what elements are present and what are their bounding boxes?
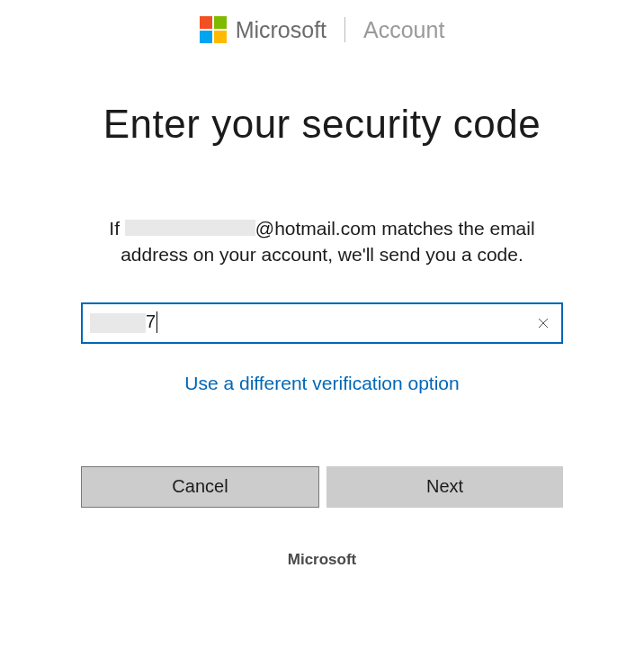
main-content: Enter your security code If @hotmail.com… [81, 102, 563, 569]
clear-input-button[interactable] [536, 316, 550, 330]
instruction-prefix: If [109, 218, 125, 239]
cancel-button[interactable]: Cancel [81, 466, 319, 508]
brand-label: Microsoft [236, 17, 326, 43]
page-title: Enter your security code [81, 102, 563, 147]
code-input-container: 7 [81, 302, 563, 344]
redacted-email-user [125, 220, 255, 236]
instruction-text: If @hotmail.com matches the email addres… [81, 215, 563, 268]
header-divider [344, 17, 345, 42]
security-code-input[interactable] [81, 302, 563, 344]
close-icon [538, 318, 549, 329]
next-button[interactable]: Next [326, 466, 563, 508]
button-row: Cancel Next [81, 466, 563, 508]
footer-brand: Microsoft [81, 551, 563, 569]
microsoft-logo-icon [200, 16, 227, 43]
different-verification-link[interactable]: Use a different verification option [184, 373, 459, 394]
instruction-email-domain: @hotmail.com [255, 218, 377, 239]
header: Microsoft Account [0, 0, 644, 52]
section-label: Account [363, 17, 444, 43]
